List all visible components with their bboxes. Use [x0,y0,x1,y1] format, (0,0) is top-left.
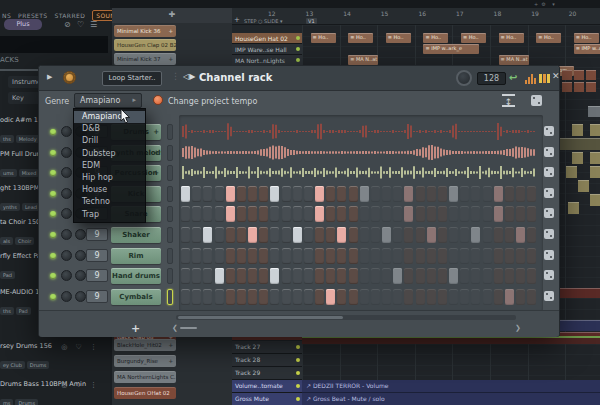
editor-target-selector[interactable] [167,186,173,202]
background-clip[interactable] [578,180,589,192]
pattern-clip[interactable]: ≡ MA N..at [499,55,529,65]
step-cell[interactable] [527,248,536,264]
step-cell[interactable] [259,248,268,264]
step-cell[interactable] [304,289,313,305]
bg-channel-button[interactable]: MA NorthernLights C.+ [114,371,176,383]
step-cell[interactable] [203,268,212,284]
scroll-handle[interactable] [180,327,197,329]
channel-value-box[interactable]: 9 [86,290,108,303]
search-input[interactable]: Plus [4,19,42,30]
scroll-left-icon[interactable]: ❮ [172,324,178,332]
step-cell[interactable] [215,268,224,284]
playlist-marker[interactable]: V1 [306,18,317,24]
background-clip[interactable] [560,320,600,331]
step-cell[interactable] [505,186,514,202]
bg-channel-button[interactable]: Minimal Kick 36+ [114,25,176,37]
track-enable-dot[interactable] [296,384,300,388]
step-cell[interactable] [337,206,346,222]
step-cell[interactable] [449,227,458,243]
step-cell[interactable] [471,268,480,284]
channel-enable-led[interactable] [50,191,56,197]
step-cell[interactable] [248,268,257,284]
step-cell[interactable] [192,186,201,202]
step-cell[interactable] [304,227,313,243]
step-cell[interactable] [427,289,436,305]
playlist-track-label[interactable]: IMP Ware..se Hall [232,44,302,55]
step-cell[interactable] [527,227,536,243]
background-clip[interactable] [590,194,600,206]
step-cell[interactable] [460,268,469,284]
bg-channel-button[interactable]: Burgundy_Rise+ [114,355,176,367]
step-cell[interactable] [393,186,402,202]
resize-channels-icon[interactable]: ↕ [502,94,515,107]
genre-menu-item[interactable]: Hip hop [74,172,145,184]
volume-knob[interactable] [75,229,86,240]
track-enable-dot[interactable] [296,47,300,51]
step-cell[interactable] [471,206,480,222]
step-cell[interactable] [181,268,190,284]
step-cell[interactable] [483,227,492,243]
undo-icon[interactable]: ↩ [509,72,517,83]
step-cell[interactable] [282,227,291,243]
editor-target-selector[interactable] [167,268,173,284]
menu-icon[interactable]: ☰ [90,20,97,29]
step-cell[interactable] [360,186,369,202]
step-cell[interactable] [471,227,480,243]
swing-knob-icon[interactable] [63,71,76,84]
track-enable-dot[interactable] [296,371,300,375]
pan-knob[interactable] [61,270,72,281]
step-cell[interactable] [282,268,291,284]
pan-knob[interactable] [61,126,72,137]
playlist-track-label[interactable]: Track 28 [232,354,302,367]
step-cell[interactable] [293,248,302,264]
step-cell[interactable] [349,248,358,264]
step-cell[interactable] [237,289,246,305]
step-cell[interactable] [438,289,447,305]
scrollbar-thumb[interactable] [178,316,343,319]
genre-select[interactable]: Amapiano▸ [74,93,142,108]
step-cell[interactable] [360,227,369,243]
step-cell[interactable] [404,227,413,243]
step-cell[interactable] [315,206,324,222]
step-cell[interactable] [494,289,503,305]
step-cell[interactable] [438,186,447,202]
step-cell[interactable] [449,248,458,264]
step-cell[interactable] [315,268,324,284]
track-enable-dot[interactable] [296,358,300,362]
step-cell[interactable] [215,206,224,222]
pattern-clip[interactable]: ≡ Ho.. [386,33,411,43]
step-cell[interactable] [483,268,492,284]
bg-channel-button[interactable]: HouseGen OHat 02+ [114,387,176,399]
background-clip[interactable] [574,82,584,92]
change-tempo-button[interactable]: Change project tempo [168,97,257,106]
step-cell[interactable] [226,248,235,264]
step-cell[interactable] [360,268,369,284]
step-cell[interactable] [527,268,536,284]
step-cell[interactable] [360,206,369,222]
pattern-clip[interactable]: ≡ Ho.. [348,33,373,43]
step-cell[interactable] [483,248,492,264]
browser-list-item[interactable]: Drums Bass 110BPM AminmsDrums◎ ♡ ⋮ [0,380,108,405]
step-cell[interactable] [494,206,503,222]
step-cell[interactable] [203,227,212,243]
pattern-clip[interactable]: ≡ Ho.. [536,33,561,43]
item-action-icons[interactable]: ◎ ♡ ⋮ [61,343,100,351]
pan-knob[interactable] [61,229,72,240]
background-clip[interactable] [560,138,600,150]
step-cell[interactable] [382,186,391,202]
step-cell[interactable] [326,248,335,264]
step-cell[interactable] [203,206,212,222]
step-cell[interactable] [326,268,335,284]
step-cell[interactable] [315,289,324,305]
step-cell[interactable] [326,227,335,243]
step-cell[interactable] [427,248,436,264]
step-cell[interactable] [248,227,257,243]
topbar-icons[interactable]: + ⚙ ▾ [534,1,555,7]
add-channel-button[interactable]: + [131,322,140,335]
background-clip[interactable] [590,124,600,136]
channel-button[interactable]: Cymbals [111,289,161,305]
step-cell[interactable] [282,248,291,264]
step-cell[interactable] [438,248,447,264]
step-cell[interactable] [192,206,201,222]
step-cell[interactable] [460,227,469,243]
